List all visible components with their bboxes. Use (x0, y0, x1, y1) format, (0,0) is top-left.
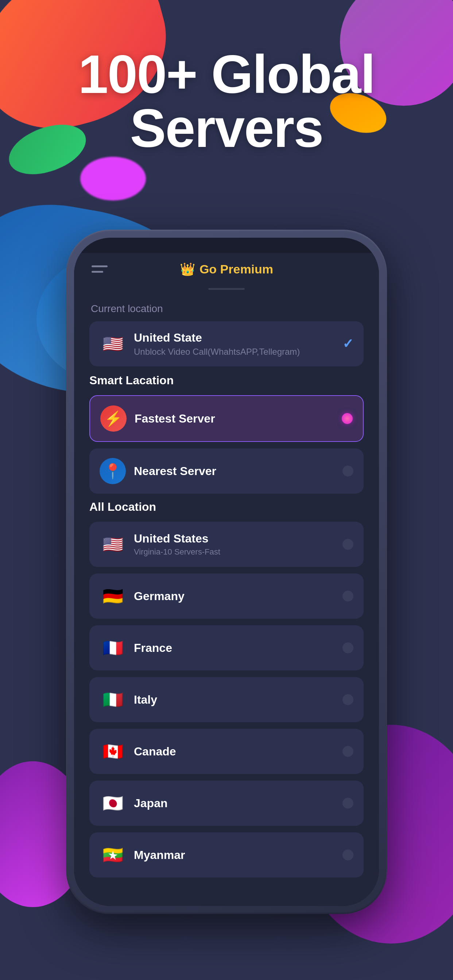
check-icon: ✓ (343, 336, 353, 352)
country-subtitle: Virginia-10 Servers-Fast (134, 547, 343, 557)
country-item[interactable]: 🇨🇦 Canade (89, 729, 364, 774)
country-radio[interactable] (343, 694, 353, 705)
premium-label: Go Premium (199, 262, 273, 276)
country-item[interactable]: 🇯🇵 Japan (89, 781, 364, 826)
current-location-flag: 🇺🇸 (100, 331, 126, 357)
country-item[interactable]: 🇫🇷 France (89, 625, 364, 670)
current-location-label: Current location (89, 303, 364, 315)
country-flag: 🇲🇲 (100, 842, 126, 868)
country-flag: 🇺🇸 (100, 531, 126, 557)
country-info: United States Virginia-10 Servers-Fast (134, 532, 343, 557)
current-location-info: United State Unblock Video Call(WhahtsAP… (134, 331, 343, 357)
nearest-server-icon: 📍 (100, 458, 126, 484)
country-flag: 🇩🇪 (100, 583, 126, 609)
country-info: Italy (134, 693, 343, 706)
country-radio[interactable] (343, 746, 353, 757)
country-name: Canade (134, 745, 343, 758)
country-radio[interactable] (343, 643, 353, 653)
phone-scroll-content: Current location 🇺🇸 United State Unblock… (74, 288, 379, 906)
bg-blob-magenta (80, 157, 146, 200)
all-location-header: All Location (89, 500, 364, 514)
current-location-item[interactable]: 🇺🇸 United State Unblock Video Call(Whaht… (89, 321, 364, 366)
country-radio[interactable] (343, 590, 353, 601)
country-info: Canade (134, 745, 343, 758)
crown-icon: 👑 (180, 262, 195, 276)
country-radio[interactable] (343, 539, 353, 550)
current-location-name: United State (134, 331, 343, 345)
country-flag: 🇮🇹 (100, 687, 126, 713)
country-flag: 🇫🇷 (100, 635, 126, 661)
menu-button[interactable] (91, 266, 108, 273)
country-name: United States (134, 532, 343, 546)
country-info: Germany (134, 590, 343, 603)
country-name: Germany (134, 590, 343, 603)
phone-mockup: 👑 Go Premium Current location 🇺🇸 United … (66, 230, 387, 914)
current-location-subtitle: Unblock Video Call(WhahtsAPP,Tellegram) (134, 347, 343, 357)
nearest-server-radio[interactable] (343, 466, 353, 477)
divider (208, 288, 245, 290)
hero-title: 100+ Global Servers (0, 48, 453, 155)
fastest-server-icon: ⚡ (100, 406, 126, 432)
country-radio[interactable] (343, 850, 353, 861)
country-list: 🇺🇸 United States Virginia-10 Servers-Fas… (89, 522, 364, 878)
fastest-server-item[interactable]: ⚡ Fastest Server (89, 395, 364, 442)
country-item[interactable]: 🇮🇹 Italy (89, 677, 364, 722)
country-item[interactable]: 🇺🇸 United States Virginia-10 Servers-Fas… (89, 522, 364, 567)
country-name: Myanmar (134, 848, 343, 862)
country-item[interactable]: 🇲🇲 Myanmar (89, 832, 364, 878)
country-info: Japan (134, 797, 343, 810)
country-name: Japan (134, 797, 343, 810)
smart-location-header: Smart Lacation (89, 374, 364, 387)
fastest-server-radio[interactable] (342, 413, 353, 424)
premium-button[interactable]: 👑 Go Premium (180, 262, 273, 276)
menu-line-1 (91, 266, 108, 267)
country-item[interactable]: 🇩🇪 Germany (89, 573, 364, 619)
country-flag: 🇨🇦 (100, 738, 126, 765)
country-name: Italy (134, 693, 343, 706)
country-info: France (134, 641, 343, 655)
country-flag: 🇯🇵 (100, 790, 126, 816)
fastest-server-name: Fastest Server (135, 412, 342, 425)
nearest-server-name: Nearest Server (134, 465, 343, 478)
menu-line-2 (91, 271, 103, 273)
phone-notch (179, 238, 274, 253)
top-bar: 👑 Go Premium (74, 253, 379, 288)
country-name: France (134, 641, 343, 655)
nearest-server-item[interactable]: 📍 Nearest Server (89, 449, 364, 494)
country-radio[interactable] (343, 798, 353, 809)
country-info: Myanmar (134, 848, 343, 862)
